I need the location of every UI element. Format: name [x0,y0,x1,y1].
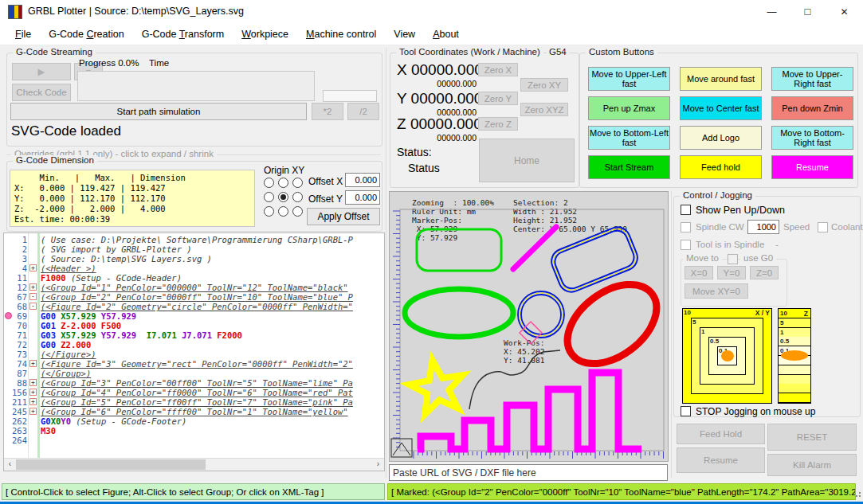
feed-hold-button[interactable]: Feed Hold [677,424,765,444]
menu-g-code-transform[interactable]: G-Code Transform [133,24,233,45]
zero-y-button[interactable]: Zero Y [478,92,518,105]
spindle-speed-field[interactable] [747,220,779,234]
show-pen-label[interactable]: Show Pen Up/Down [696,205,785,216]
origin-radio-0-0[interactable] [264,178,274,188]
zero-x-button[interactable]: Zero X [478,63,518,76]
custom-button-move-around-fast[interactable]: Move around fast [680,67,762,91]
graphics-preview[interactable]: Zooming : 100.00%Ruler Unit: mmMarker-Po… [389,191,669,462]
zero-z-button[interactable]: Zero Z [478,117,518,131]
fold-expand-icon[interactable]: + [29,264,37,272]
custom-button-resume[interactable]: Resume [771,155,853,179]
kill-alarm-button[interactable]: Kill Alarm [767,454,857,476]
offset-x-field[interactable] [345,173,380,187]
fold-expand-icon[interactable]: + [29,398,37,405]
fold-expand-icon[interactable]: + [29,389,37,396]
z-jog-row-6[interactable] [779,365,810,375]
editor-line-11[interactable]: 11F1000 (Setup - GCode-Header) [4,273,384,283]
show-pen-checkbox[interactable] [681,205,691,215]
move-z0-button[interactable]: Z=0 [750,266,779,279]
green-ellipse-shape[interactable] [405,289,513,337]
custom-button-move-to-bottom-left-fast[interactable]: Move to Bottom-Left fast [588,126,670,150]
editor-line-69[interactable]: 69G00 X57.929 Y57.929 [4,311,384,321]
editor-line-87[interactable]: 87(</Group>) [4,369,384,378]
speed-half-button[interactable]: /2 [347,103,379,120]
fold-collapse-icon[interactable]: - [29,293,37,300]
editor-line-12[interactable]: 12+(<Group Id="1" PenColor="000000" Tool… [4,283,384,292]
menu-workpiece[interactable]: Workpiece [233,24,297,45]
scroll-right-icon[interactable]: › [372,459,384,471]
custom-button-start-stream[interactable]: Start Stream [588,155,670,179]
resize-grip[interactable] [855,490,861,498]
z-jog-pad[interactable]: 10510.50.1Z [778,308,811,404]
stop-jogging-checkbox[interactable] [681,406,691,416]
blue-circle-shape-selected[interactable] [518,291,564,338]
custom-button-pen-up-zmax[interactable]: Pen up Zmax [588,96,670,120]
gcode-editor[interactable]: 1( Use case: D:\Projekte\_Software\Progr… [3,232,385,471]
editor-line-3[interactable]: 3( Source: D:\temp\SVG_Layers.svg ) [4,254,384,264]
editor-line-71[interactable]: 71G03 X57.929 Y57.929 I7.071 J7.071 F200… [4,330,384,340]
home-button[interactable]: Home [479,139,575,182]
yellow-star-shape[interactable] [409,361,462,415]
origin-radio-2-0[interactable] [264,206,274,217]
url-input[interactable] [389,464,668,481]
scroll-left-icon[interactable]: ‹ [4,459,16,471]
origin-radio-0-1[interactable] [278,178,288,188]
start-simulation-button[interactable]: Start path simulation [10,103,307,120]
fold-expand-icon[interactable]: + [29,360,37,367]
zero-xyz-button[interactable]: Zero XYZ [520,103,568,116]
fold-expand-icon[interactable]: + [29,283,37,291]
play-icon[interactable]: ▶ [12,63,71,80]
editor-line-88[interactable]: 88+(<Group Id="3" PenColor="00ff00" Tool… [4,378,384,388]
magenta-line-shape[interactable] [513,227,556,269]
use-g0-checkbox[interactable] [728,254,738,264]
move-y0-button[interactable]: Y=0 [717,266,746,279]
editor-line-70[interactable]: 70G01 Z-2.000 F500 [4,321,384,330]
fold-collapse-icon[interactable]: - [29,303,37,310]
origin-radio-1-2[interactable] [292,192,303,202]
red-ellipse-shape[interactable] [553,268,668,380]
speed-double-button[interactable]: *2 [312,103,343,120]
minimize-icon[interactable]: — [754,0,790,24]
editor-line-68[interactable]: 68-(<Figure Id="2" Geometry="circle" Pen… [4,302,384,311]
editor-line-156[interactable]: 156+(<Group Id="4" PenColor="ff0000" Too… [4,388,384,397]
coolant-checkbox[interactable] [818,222,828,232]
custom-button-add-logo[interactable]: Add Logo [680,126,762,150]
xy-jog-pad[interactable]: 10510.50.1X / Y [682,308,772,404]
custom-button-pen-down-zmin[interactable]: Pen down Zmin [771,96,853,120]
move-x0-button[interactable]: X=0 [685,266,713,279]
green-rounded-rect-shape[interactable] [417,229,501,271]
z-jog-row-8[interactable] [779,384,810,393]
resume-button[interactable]: Resume [677,447,765,473]
origin-radio-2-1[interactable] [278,206,288,217]
fold-expand-icon[interactable]: + [29,408,37,415]
close-icon[interactable]: ✕ [826,0,862,24]
editor-line-2[interactable]: 2( SVG import by GRBL-Plotter ) [4,244,384,254]
check-code-button[interactable]: Check Code [12,84,71,101]
origin-radio-0-2[interactable] [292,178,303,188]
editor-line-1[interactable]: 1( Use case: D:\Projekte\_Software\Progr… [4,235,384,244]
editor-line-73[interactable]: 73(</Figure>) [4,350,384,359]
menu-g-code-creation[interactable]: G-Code Creation [40,24,133,45]
editor-line-67[interactable]: 67-(<Group Id="2" PenColor="0000ff" Tool… [4,292,384,302]
menu-file[interactable]: File [6,24,40,45]
reset-button[interactable]: RESET [767,424,857,451]
custom-button-move-to-upper-right-fast[interactable]: Move to Upper-Right fast [771,67,853,91]
zero-xy-button[interactable]: Zero XY [520,78,568,92]
editor-line-245[interactable]: 245+(<Group Id="6" PenColor="ffff00" Too… [4,407,384,416]
origin-radio-1-1[interactable] [278,192,288,202]
offset-y-field[interactable] [345,190,380,205]
maximize-icon[interactable]: □ [790,0,826,24]
spindle-cw-checkbox[interactable] [681,222,691,232]
origin-radio-1-0[interactable] [264,192,274,202]
z-jog-row-7[interactable] [779,375,810,385]
apply-offset-button[interactable]: Apply Offset [307,208,380,225]
hscroll-thumb[interactable] [16,459,206,470]
editor-hscrollbar[interactable]: ‹ › [4,458,384,471]
custom-button-move-to-bottom-right-fast[interactable]: Move to Bottom-Right fast [771,126,853,150]
fold-expand-icon[interactable]: + [29,379,37,386]
editor-line-262[interactable]: 262G0X0Y0 (Setup - GCode-Footer) [4,416,384,426]
editor-line-72[interactable]: 72G00 Z2.000 [4,340,384,350]
z-jog-row-9[interactable] [779,393,810,403]
stop-jogging-label[interactable]: STOP Jogging on mouse up [696,406,815,417]
editor-line-263[interactable]: 263M30 [4,426,384,436]
